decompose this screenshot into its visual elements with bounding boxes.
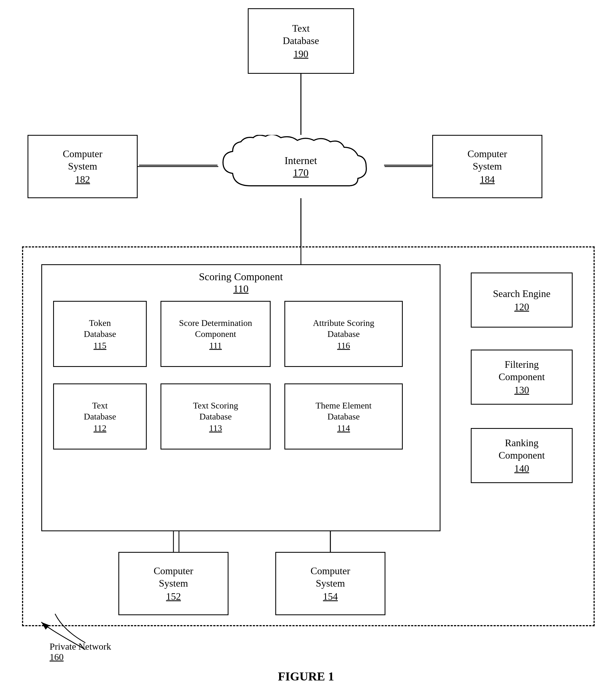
computer-system-182-title: Computer System — [63, 148, 102, 172]
computer-system-184-id: 184 — [480, 174, 495, 185]
private-network-id: 160 — [50, 652, 111, 662]
text-database-112-box: Text Database 112 — [53, 383, 147, 449]
computer-system-154-box: Computer System 154 — [275, 552, 386, 615]
computer-system-154-title: Computer System — [310, 565, 350, 590]
ranking-component-140-title: Ranking Component — [499, 437, 545, 462]
computer-system-152-box: Computer System 152 — [119, 552, 228, 615]
attribute-scoring-116-title: Attribute Scoring Database — [313, 317, 374, 339]
theme-element-114-id: 114 — [337, 423, 350, 433]
private-network-label: Private Network 160 — [50, 641, 111, 662]
score-determination-111-id: 111 — [209, 340, 222, 351]
token-database-115-title: Token Database — [84, 317, 116, 339]
theme-element-114-title: Theme Element Database — [316, 400, 371, 422]
computer-system-182-box: Computer System 182 — [28, 135, 138, 198]
ranking-component-140-id: 140 — [514, 463, 529, 474]
scoring-component-title: Scoring Component — [42, 270, 440, 283]
scoring-component-id: 110 — [42, 283, 440, 295]
internet-cloud: Internet 170 — [218, 135, 384, 198]
computer-system-152-id: 152 — [166, 591, 181, 602]
text-database-112-title: Text Database — [84, 400, 116, 422]
text-scoring-113-id: 113 — [209, 423, 222, 433]
search-engine-120-box: Search Engine 120 — [471, 272, 573, 327]
text-database-190-id: 190 — [293, 48, 308, 60]
computer-system-184-box: Computer System 184 — [432, 135, 542, 198]
text-scoring-113-box: Text Scoring Database 113 — [161, 383, 270, 449]
internet-id: 170 — [284, 167, 317, 179]
scoring-component-box: Scoring Component 110 Token Database 115… — [41, 264, 441, 531]
text-database-112-id: 112 — [94, 423, 107, 433]
search-engine-120-title: Search Engine — [493, 288, 551, 300]
score-determination-111-title: Score Determination Component — [179, 317, 252, 339]
ranking-component-140-box: Ranking Component 140 — [471, 428, 573, 483]
token-database-115-id: 115 — [94, 340, 107, 351]
text-database-190-box: Text Database 190 — [248, 8, 354, 74]
score-determination-111-box: Score Determination Component 111 — [161, 301, 270, 367]
theme-element-114-box: Theme Element Database 114 — [284, 383, 403, 449]
computer-system-184-title: Computer System — [468, 148, 507, 172]
attribute-scoring-116-id: 116 — [337, 340, 350, 351]
attribute-scoring-116-box: Attribute Scoring Database 116 — [284, 301, 403, 367]
filtering-component-130-title: Filtering Component — [499, 359, 545, 383]
internet-label: Internet — [284, 154, 317, 167]
text-database-190-title: Text Database — [283, 22, 319, 47]
search-engine-120-id: 120 — [514, 301, 529, 313]
token-database-115-box: Token Database 115 — [53, 301, 147, 367]
computer-system-154-id: 154 — [323, 591, 338, 602]
figure-caption: FIGURE 1 — [278, 670, 334, 684]
filtering-component-130-id: 130 — [514, 384, 529, 396]
computer-system-152-title: Computer System — [154, 565, 193, 590]
private-network-title: Private Network — [50, 641, 111, 652]
filtering-component-130-box: Filtering Component 130 — [471, 350, 573, 405]
text-scoring-113-title: Text Scoring Database — [193, 400, 238, 422]
computer-system-182-id: 182 — [75, 174, 90, 185]
